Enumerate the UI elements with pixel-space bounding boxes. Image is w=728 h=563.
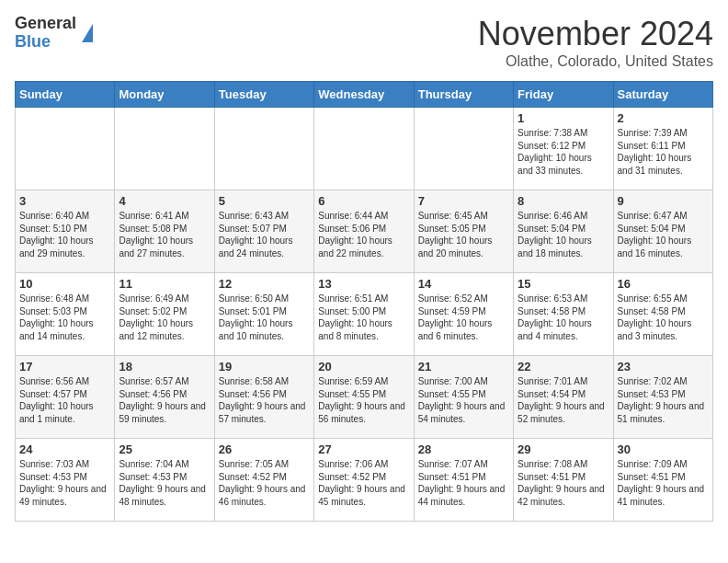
calendar-cell: 3Sunrise: 6:40 AM Sunset: 5:10 PM Daylig… <box>16 190 115 273</box>
weekday-header-saturday: Saturday <box>613 82 712 108</box>
day-number: 1 <box>518 111 609 125</box>
day-number: 15 <box>518 277 609 291</box>
day-number: 3 <box>19 194 110 208</box>
day-info: Sunrise: 6:46 AM Sunset: 5:04 PM Dayligh… <box>518 210 609 259</box>
day-info: Sunrise: 7:06 AM Sunset: 4:52 PM Dayligh… <box>318 458 409 508</box>
day-info: Sunrise: 7:01 AM Sunset: 4:54 PM Dayligh… <box>518 375 609 425</box>
calendar-cell: 25Sunrise: 7:04 AM Sunset: 4:53 PM Dayli… <box>115 439 214 522</box>
day-info: Sunrise: 6:45 AM Sunset: 5:05 PM Dayligh… <box>418 210 509 259</box>
calendar-cell <box>115 108 214 190</box>
day-info: Sunrise: 7:07 AM Sunset: 4:51 PM Dayligh… <box>418 458 509 508</box>
day-number: 2 <box>618 111 709 125</box>
day-info: Sunrise: 6:40 AM Sunset: 5:10 PM Dayligh… <box>19 210 110 259</box>
day-info: Sunrise: 6:47 AM Sunset: 5:04 PM Dayligh… <box>618 210 709 259</box>
calendar-cell: 24Sunrise: 7:03 AM Sunset: 4:53 PM Dayli… <box>16 439 115 522</box>
day-number: 20 <box>318 360 409 373</box>
day-info: Sunrise: 7:02 AM Sunset: 4:53 PM Dayligh… <box>618 375 709 425</box>
page-subtitle: Olathe, Colorado, United States <box>478 53 713 70</box>
day-info: Sunrise: 6:58 AM Sunset: 4:56 PM Dayligh… <box>219 375 310 425</box>
calendar-cell: 22Sunrise: 7:01 AM Sunset: 4:54 PM Dayli… <box>514 356 613 439</box>
calendar-cell: 5Sunrise: 6:43 AM Sunset: 5:07 PM Daylig… <box>214 190 313 273</box>
day-number: 16 <box>618 277 709 291</box>
calendar-cell: 11Sunrise: 6:49 AM Sunset: 5:02 PM Dayli… <box>115 273 214 356</box>
calendar-cell: 9Sunrise: 6:47 AM Sunset: 5:04 PM Daylig… <box>613 190 712 273</box>
calendar-cell: 2Sunrise: 7:39 AM Sunset: 6:11 PM Daylig… <box>613 108 712 190</box>
day-number: 28 <box>418 442 509 456</box>
calendar-body: 1Sunrise: 7:38 AM Sunset: 6:12 PM Daylig… <box>16 108 713 522</box>
page-header: General Blue November 2024 Olathe, Color… <box>15 15 713 70</box>
day-info: Sunrise: 6:52 AM Sunset: 4:59 PM Dayligh… <box>418 293 509 342</box>
calendar-week-row: 24Sunrise: 7:03 AM Sunset: 4:53 PM Dayli… <box>16 439 713 522</box>
day-number: 24 <box>19 442 110 456</box>
calendar-cell: 1Sunrise: 7:38 AM Sunset: 6:12 PM Daylig… <box>514 108 613 190</box>
page-title: November 2024 <box>478 15 713 53</box>
day-info: Sunrise: 7:38 AM Sunset: 6:12 PM Dayligh… <box>518 127 609 177</box>
day-info: Sunrise: 7:39 AM Sunset: 6:11 PM Dayligh… <box>618 127 709 177</box>
day-number: 22 <box>518 360 609 373</box>
calendar-cell: 8Sunrise: 6:46 AM Sunset: 5:04 PM Daylig… <box>514 190 613 273</box>
logo: General Blue <box>15 15 93 52</box>
day-info: Sunrise: 7:08 AM Sunset: 4:51 PM Dayligh… <box>518 458 609 508</box>
day-number: 25 <box>119 442 210 456</box>
calendar-cell: 16Sunrise: 6:55 AM Sunset: 4:58 PM Dayli… <box>613 273 712 356</box>
calendar-cell: 19Sunrise: 6:58 AM Sunset: 4:56 PM Dayli… <box>214 356 313 439</box>
calendar-cell: 17Sunrise: 6:56 AM Sunset: 4:57 PM Dayli… <box>16 356 115 439</box>
logo-blue-text: Blue <box>15 33 76 52</box>
day-info: Sunrise: 6:53 AM Sunset: 4:58 PM Dayligh… <box>518 293 609 342</box>
calendar-table: SundayMondayTuesdayWednesdayThursdayFrid… <box>15 81 713 522</box>
day-number: 4 <box>119 194 210 208</box>
calendar-cell: 7Sunrise: 6:45 AM Sunset: 5:05 PM Daylig… <box>414 190 513 273</box>
day-info: Sunrise: 6:41 AM Sunset: 5:08 PM Dayligh… <box>119 210 210 259</box>
day-number: 17 <box>19 360 110 373</box>
weekday-header-sunday: Sunday <box>16 82 115 108</box>
day-info: Sunrise: 6:57 AM Sunset: 4:56 PM Dayligh… <box>119 375 210 425</box>
calendar-cell: 26Sunrise: 7:05 AM Sunset: 4:52 PM Dayli… <box>214 439 313 522</box>
calendar-cell: 4Sunrise: 6:41 AM Sunset: 5:08 PM Daylig… <box>115 190 214 273</box>
day-info: Sunrise: 7:05 AM Sunset: 4:52 PM Dayligh… <box>219 458 310 508</box>
calendar-week-row: 10Sunrise: 6:48 AM Sunset: 5:03 PM Dayli… <box>16 273 713 356</box>
calendar-cell: 10Sunrise: 6:48 AM Sunset: 5:03 PM Dayli… <box>16 273 115 356</box>
day-number: 29 <box>518 442 609 456</box>
weekday-header-row: SundayMondayTuesdayWednesdayThursdayFrid… <box>16 82 713 108</box>
day-number: 13 <box>318 277 409 291</box>
calendar-week-row: 17Sunrise: 6:56 AM Sunset: 4:57 PM Dayli… <box>16 356 713 439</box>
weekday-header-tuesday: Tuesday <box>214 82 313 108</box>
day-number: 10 <box>19 277 110 291</box>
calendar-cell <box>214 108 313 190</box>
day-number: 19 <box>219 360 310 373</box>
weekday-header-friday: Friday <box>514 82 613 108</box>
day-info: Sunrise: 6:48 AM Sunset: 5:03 PM Dayligh… <box>19 293 110 342</box>
day-info: Sunrise: 6:59 AM Sunset: 4:55 PM Dayligh… <box>318 375 409 425</box>
day-info: Sunrise: 6:43 AM Sunset: 5:07 PM Dayligh… <box>219 210 310 259</box>
day-info: Sunrise: 6:49 AM Sunset: 5:02 PM Dayligh… <box>119 293 210 342</box>
calendar-cell: 28Sunrise: 7:07 AM Sunset: 4:51 PM Dayli… <box>414 439 513 522</box>
day-number: 6 <box>318 194 409 208</box>
day-info: Sunrise: 7:00 AM Sunset: 4:55 PM Dayligh… <box>418 375 509 425</box>
calendar-cell: 18Sunrise: 6:57 AM Sunset: 4:56 PM Dayli… <box>115 356 214 439</box>
calendar-cell: 29Sunrise: 7:08 AM Sunset: 4:51 PM Dayli… <box>514 439 613 522</box>
day-number: 5 <box>219 194 310 208</box>
day-number: 8 <box>518 194 609 208</box>
day-info: Sunrise: 7:04 AM Sunset: 4:53 PM Dayligh… <box>119 458 210 508</box>
calendar-week-row: 3Sunrise: 6:40 AM Sunset: 5:10 PM Daylig… <box>16 190 713 273</box>
day-info: Sunrise: 6:50 AM Sunset: 5:01 PM Dayligh… <box>219 293 310 342</box>
calendar-cell: 30Sunrise: 7:09 AM Sunset: 4:51 PM Dayli… <box>613 439 712 522</box>
logo-general-text: General <box>15 15 76 33</box>
day-info: Sunrise: 6:51 AM Sunset: 5:00 PM Dayligh… <box>318 293 409 342</box>
weekday-header-thursday: Thursday <box>414 82 513 108</box>
calendar-cell: 14Sunrise: 6:52 AM Sunset: 4:59 PM Dayli… <box>414 273 513 356</box>
day-number: 11 <box>119 277 210 291</box>
day-number: 27 <box>318 442 409 456</box>
day-number: 23 <box>618 360 709 373</box>
calendar-week-row: 1Sunrise: 7:38 AM Sunset: 6:12 PM Daylig… <box>16 108 713 190</box>
calendar-cell: 23Sunrise: 7:02 AM Sunset: 4:53 PM Dayli… <box>613 356 712 439</box>
calendar-cell: 15Sunrise: 6:53 AM Sunset: 4:58 PM Dayli… <box>514 273 613 356</box>
calendar-cell: 21Sunrise: 7:00 AM Sunset: 4:55 PM Dayli… <box>414 356 513 439</box>
day-number: 21 <box>418 360 509 373</box>
calendar-cell <box>16 108 115 190</box>
day-number: 18 <box>119 360 210 373</box>
calendar-cell: 6Sunrise: 6:44 AM Sunset: 5:06 PM Daylig… <box>314 190 414 273</box>
calendar-header: SundayMondayTuesdayWednesdayThursdayFrid… <box>16 82 713 108</box>
day-info: Sunrise: 7:09 AM Sunset: 4:51 PM Dayligh… <box>618 458 709 508</box>
day-number: 30 <box>618 442 709 456</box>
